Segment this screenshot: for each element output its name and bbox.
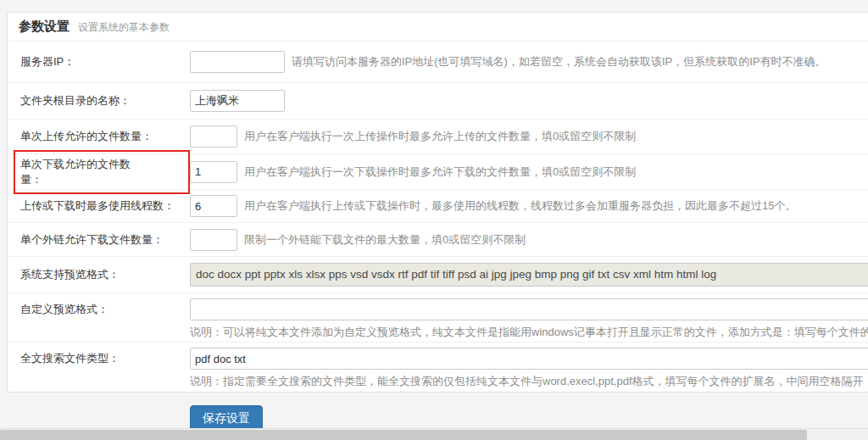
fulltext-search-type-note: 说明：指定需要全文搜索的文件类型，能全文搜索的仅包括纯文本文件与word,exe…	[190, 374, 868, 389]
upload-count-hint: 用户在客户端执行一次上传操作时最多允许上传的文件数量，填0或留空则不限制	[244, 129, 636, 144]
custom-preview-format-input[interactable]	[190, 298, 868, 320]
form-row-supported-preview-formats: 系统支持预览格式： doc docx ppt pptx xls xlsx pps…	[8, 257, 868, 293]
custom-preview-format-note: 说明：可以将纯文本文件添加为自定义预览格式，纯文本文件是指能用windows记事…	[190, 325, 868, 340]
external-link-count-hint: 限制一个外链能下载文件的最大数量，填0或留空则不限制	[244, 232, 526, 248]
root-folder-name-label: 文件夹根目录的名称：	[13, 93, 190, 109]
server-ip-hint: 请填写访问本服务器的IP地址(也可填写域名)，如若留空，系统会自动获取该IP，但…	[292, 54, 826, 70]
thread-count-hint: 用户在客户端执行上传或下载操作时，最多使用的线程数，线程数过多会加重服务器负担，…	[244, 198, 796, 214]
upload-count-input[interactable]	[190, 125, 237, 148]
fulltext-search-type-input[interactable]	[190, 348, 868, 370]
form-row-custom-preview-format: 自定义预览格式： 说明：可以将纯文本文件添加为自定义预览格式，纯文本文件是指能用…	[8, 293, 868, 343]
download-count-label: 单次下载允许的文件数量：	[20, 158, 131, 186]
fulltext-search-type-label: 全文搜索文件类型：	[13, 343, 190, 366]
custom-preview-format-field: 说明：可以将纯文本文件添加为自定义预览格式，纯文本文件是指能用windows记事…	[190, 293, 868, 345]
page-title: 参数设置	[19, 19, 70, 35]
horizontal-scrollbar[interactable]	[0, 428, 868, 440]
highlight-box: 单次下载允许的文件数量：	[14, 150, 190, 194]
upload-count-label: 单次上传允许的文件数量：	[13, 129, 190, 144]
external-link-count-label: 单个外链允许下载文件数量：	[13, 232, 190, 248]
page-subtitle: 设置系统的基本参数	[78, 19, 170, 35]
form-row-server-ip: 服务器IP： 请填写访问本服务器的IP地址(也可填写域名)，如若留空，系统会自动…	[8, 42, 868, 83]
thread-count-label: 上传或下载时最多使用线程数：	[13, 198, 190, 214]
panel-header: 参数设置 设置系统的基本参数	[8, 13, 868, 42]
form-row-external-link-count: 单个外链允许下载文件数量： 限制一个外链能下载文件的最大数量，填0或留空则不限制	[8, 223, 868, 257]
server-ip-label: 服务器IP：	[13, 54, 190, 70]
download-count-input[interactable]	[190, 161, 237, 183]
form-row-download-count: 单次下载允许的文件数量： 用户在客户端执行一次下载操作时最多允许下载的文件数量，…	[8, 154, 868, 190]
form-row-fulltext-search-type: 全文搜索文件类型： 说明：指定需要全文搜索的文件类型，能全文搜索的仅包括纯文本文…	[8, 343, 868, 392]
form-row-thread-count: 上传或下载时最多使用线程数： 用户在客户端执行上传或下载操作时，最多使用的线程数…	[8, 190, 868, 223]
horizontal-scrollbar-thumb[interactable]	[0, 430, 807, 440]
external-link-count-input[interactable]	[190, 229, 237, 251]
supported-preview-formats-value: doc docx ppt pptx xls xlsx pps vsd vsdx …	[190, 263, 868, 287]
download-count-label-cell: 单次下载允许的文件数量：	[13, 157, 190, 187]
download-count-hint: 用户在客户端执行一次下载操作时最多允许下载的文件数量，填0或留空则不限制	[244, 164, 636, 180]
settings-panel: 参数设置 设置系统的基本参数 服务器IP： 请填写访问本服务器的IP地址(也可填…	[7, 12, 868, 393]
root-folder-name-input[interactable]	[190, 90, 285, 112]
fulltext-search-type-field: 说明：指定需要全文搜索的文件类型，能全文搜索的仅包括纯文本文件与word,exe…	[190, 343, 868, 394]
custom-preview-format-label: 自定义预览格式：	[13, 293, 190, 317]
thread-count-input[interactable]	[190, 195, 237, 217]
form-row-root-folder-name: 文件夹根目录的名称：	[8, 83, 868, 120]
server-ip-input[interactable]	[190, 51, 285, 73]
supported-preview-formats-label: 系统支持预览格式：	[13, 267, 190, 282]
